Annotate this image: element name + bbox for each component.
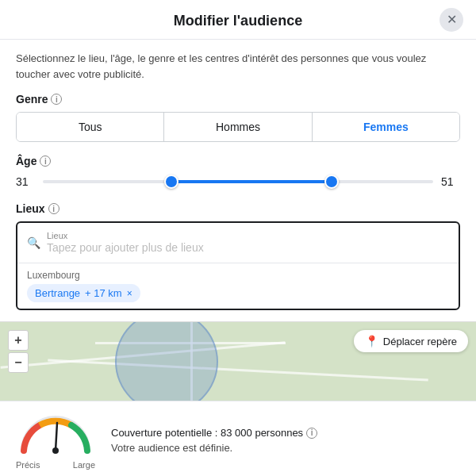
genre-hommes-button[interactable]: Hommes — [163, 113, 311, 141]
slider-fill — [171, 180, 332, 183]
tag-name: Bertrange — [35, 287, 80, 299]
search-field-label: Lieux — [47, 231, 204, 240]
location-tag: Bertrange + 17 km × — [27, 284, 140, 302]
gauge-wrapper: Précis Large — [16, 411, 95, 470]
age-section: Âge i 31 51 — [16, 155, 460, 190]
age-info-icon[interactable]: i — [40, 155, 51, 167]
modal-title: Modifier l'audience — [174, 13, 302, 29]
bottom-section: Précis Large Couverture potentielle : 83… — [0, 401, 476, 476]
zoom-in-button[interactable]: + — [8, 330, 29, 351]
gauge-chart — [16, 411, 95, 455]
age-range-row: 31 51 — [16, 174, 460, 190]
slider-track — [43, 180, 433, 183]
close-button[interactable]: ✕ — [440, 8, 463, 32]
modal-body: Sélectionnez le lieu, l'âge, le genre et… — [0, 40, 476, 321]
search-row: 🔍 Lieux Tapez pour ajouter plus de lieux — [17, 223, 459, 263]
svg-line-0 — [56, 423, 57, 451]
modal: Modifier l'audience ✕ Sélectionnez le li… — [0, 0, 476, 476]
deplacer-repere-button[interactable]: 📍 Déplacer repère — [354, 330, 468, 352]
search-placeholder: Tapez pour ajouter plus de lieux — [47, 241, 204, 254]
coverage-text: Couverture potentielle : 83 000 personne… — [111, 427, 460, 439]
genre-info-icon[interactable]: i — [51, 94, 62, 105]
genre-section-label: Genre i — [16, 93, 460, 106]
lieux-info-icon[interactable]: i — [48, 203, 60, 214]
location-list: Luxembourg Bertrange + 17 km × — [17, 263, 459, 309]
coverage-sub: Votre audience est définie. — [111, 442, 460, 454]
map-road-2 — [48, 359, 428, 382]
coverage-info-icon[interactable]: i — [306, 428, 317, 439]
lieux-section-label: Lieux i — [16, 202, 460, 215]
age-slider[interactable] — [43, 174, 433, 190]
map-coverage-circle — [115, 321, 218, 401]
genre-tous-button[interactable]: Tous — [17, 113, 163, 141]
location-country: Luxembourg — [27, 270, 449, 281]
genre-femmes-button[interactable]: Femmes — [312, 113, 459, 141]
close-icon: ✕ — [447, 12, 457, 27]
age-max-value: 51 — [441, 175, 460, 188]
tag-distance: + 17 km — [85, 287, 122, 299]
age-section-label: Âge i — [16, 155, 460, 167]
zoom-out-button[interactable]: − — [8, 352, 29, 373]
pin-icon: 📍 — [365, 335, 378, 347]
slider-thumb-right[interactable] — [324, 175, 339, 189]
age-min-value: 31 — [16, 175, 35, 188]
description: Sélectionnez le lieu, l'âge, le genre et… — [16, 51, 460, 82]
deplacer-label: Déplacer repère — [383, 336, 457, 347]
genre-button-group: Tous Hommes Femmes — [16, 112, 460, 142]
coverage-info: Couverture potentielle : 83 000 personne… — [111, 427, 460, 454]
gauge-label-right: Large — [73, 460, 95, 470]
modal-header: Modifier l'audience ✕ — [0, 0, 476, 40]
lieux-box: 🔍 Lieux Tapez pour ajouter plus de lieux… — [16, 221, 460, 310]
svg-point-1 — [52, 447, 59, 454]
gauge-labels: Précis Large — [16, 460, 95, 470]
gauge-label-left: Précis — [16, 460, 40, 470]
search-icon: 🔍 — [27, 236, 40, 249]
tag-close-button[interactable]: × — [127, 288, 132, 299]
lieux-section: Lieux i 🔍 Lieux Tapez pour ajouter plus … — [16, 202, 460, 310]
slider-thumb-left[interactable] — [164, 175, 178, 189]
map-container: + − 📍 Déplacer repère — [0, 321, 476, 401]
map-zoom-controls: + − — [8, 330, 29, 373]
search-field[interactable]: Lieux Tapez pour ajouter plus de lieux — [47, 231, 204, 255]
